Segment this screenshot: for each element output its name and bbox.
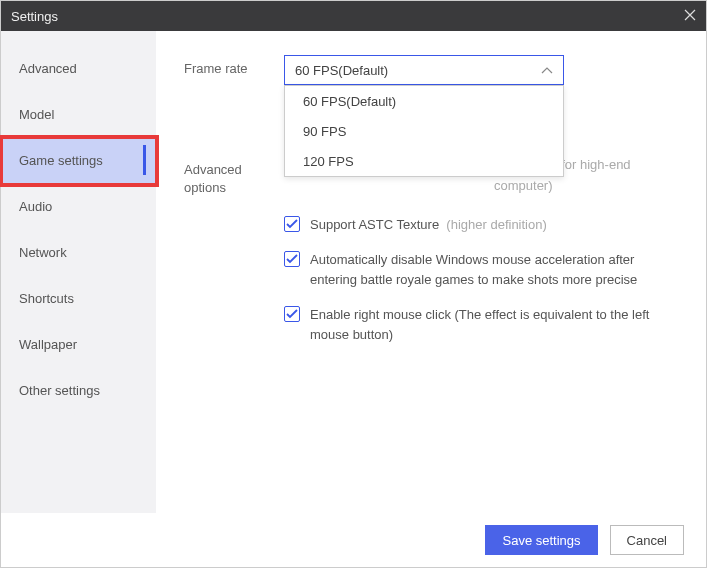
sidebar-item-label: Wallpaper [19, 337, 77, 352]
settings-window: Settings Advanced Model Game settings Au… [0, 0, 707, 568]
sidebar-item-advanced[interactable]: Advanced [1, 45, 156, 91]
frame-rate-value: 60 FPS(Default) [295, 63, 388, 78]
astc-row: Support ASTC Texture (higher definition) [284, 215, 678, 235]
sidebar-item-label: Audio [19, 199, 52, 214]
frame-rate-row: Frame rate 60 FPS(Default) 60 FPS(Defaul… [184, 55, 678, 85]
sidebar-item-label: Model [19, 107, 54, 122]
right-click-row: Enable right mouse click (The effect is … [284, 305, 678, 344]
close-icon[interactable] [684, 7, 696, 25]
sidebar-item-network[interactable]: Network [1, 229, 156, 275]
sidebar-item-label: Network [19, 245, 67, 260]
frame-rate-label: Frame rate [184, 55, 284, 76]
frame-rate-select[interactable]: 60 FPS(Default) 60 FPS(Default) 90 FPS 1… [284, 55, 564, 85]
frame-rate-dropdown: 60 FPS(Default) 90 FPS 120 FPS [284, 85, 564, 177]
chevron-up-icon [541, 63, 553, 78]
footer: Save settings Cancel [1, 513, 706, 567]
sidebar-item-label: Game settings [19, 153, 103, 168]
advanced-options-label: Advanced options [184, 155, 284, 197]
sidebar-item-model[interactable]: Model [1, 91, 156, 137]
astc-label: Support ASTC Texture (higher definition) [310, 215, 678, 235]
mouse-accel-label: Automatically disable Windows mouse acce… [310, 250, 678, 289]
frame-rate-option-60[interactable]: 60 FPS(Default) [285, 86, 563, 116]
sidebar-item-label: Advanced [19, 61, 77, 76]
frame-rate-option-120[interactable]: 120 FPS [285, 146, 563, 176]
astc-checkbox[interactable] [284, 216, 300, 232]
save-button[interactable]: Save settings [485, 525, 597, 555]
window-body: Advanced Model Game settings Audio Netwo… [1, 31, 706, 513]
sidebar: Advanced Model Game settings Audio Netwo… [1, 31, 156, 513]
sidebar-item-wallpaper[interactable]: Wallpaper [1, 321, 156, 367]
sidebar-item-game-settings[interactable]: Game settings [1, 137, 156, 183]
frame-rate-option-90[interactable]: 90 FPS [285, 116, 563, 146]
mouse-accel-checkbox[interactable] [284, 251, 300, 267]
mouse-accel-row: Automatically disable Windows mouse acce… [284, 250, 678, 289]
content-panel: Frame rate 60 FPS(Default) 60 FPS(Defaul… [156, 31, 706, 513]
right-click-label: Enable right mouse click (The effect is … [310, 305, 678, 344]
advanced-options-row: Advanced options g (suitable for high-en… [184, 155, 678, 360]
cancel-button[interactable]: Cancel [610, 525, 684, 555]
window-title: Settings [11, 9, 684, 24]
frame-rate-select-display[interactable]: 60 FPS(Default) [284, 55, 564, 85]
titlebar: Settings [1, 1, 706, 31]
sidebar-item-label: Shortcuts [19, 291, 74, 306]
right-click-checkbox[interactable] [284, 306, 300, 322]
sidebar-item-audio[interactable]: Audio [1, 183, 156, 229]
sidebar-item-label: Other settings [19, 383, 100, 398]
sidebar-item-other-settings[interactable]: Other settings [1, 367, 156, 413]
sidebar-item-shortcuts[interactable]: Shortcuts [1, 275, 156, 321]
